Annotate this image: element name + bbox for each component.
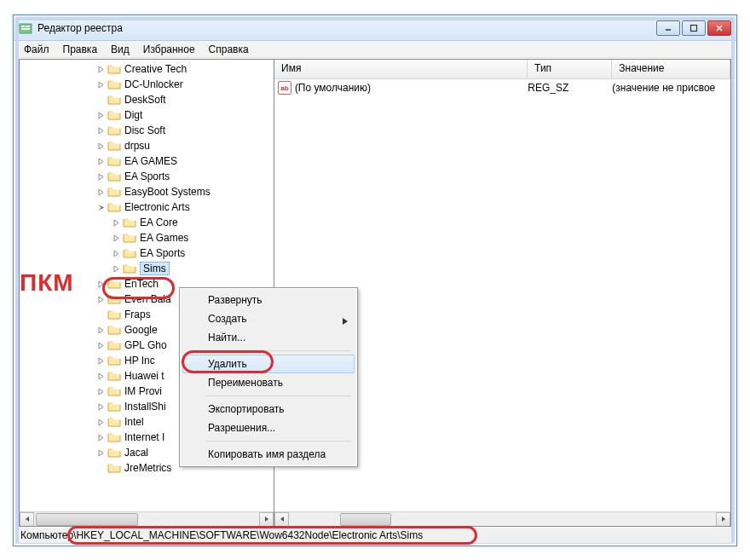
tree-item[interactable]: Creative Tech (20, 61, 274, 77)
tree-item-label: Digt (124, 109, 142, 121)
svg-marker-25 (99, 358, 103, 364)
scroll-right-icon[interactable] (259, 512, 274, 527)
svg-marker-9 (99, 82, 103, 88)
expand-closed-icon[interactable] (96, 172, 106, 182)
folder-icon (107, 140, 121, 152)
expand-closed-icon[interactable] (96, 341, 106, 350)
list-header[interactable]: ИмяТипЗначение (274, 60, 730, 79)
expand-closed-icon[interactable] (96, 188, 106, 197)
value-name: (По умолчанию) (295, 82, 528, 94)
context-item[interactable]: Разрешения... (182, 419, 355, 437)
svg-marker-20 (114, 266, 118, 272)
expand-closed-icon[interactable] (96, 372, 106, 381)
tree-item-label: EA GAMES (124, 155, 177, 167)
context-item[interactable]: Найти... (182, 328, 355, 347)
context-menu[interactable]: РазвернутьСоздатьНайти...УдалитьПереимен… (179, 287, 358, 467)
tree-item[interactable]: EA Sports (20, 245, 274, 261)
list-row[interactable]: ab(По умолчанию)REG_SZ(значение не присв… (274, 79, 730, 96)
expand-closed-icon[interactable] (96, 157, 106, 166)
tree-item-label: Sims (140, 262, 170, 275)
column-header[interactable]: Значение (612, 60, 730, 78)
svg-marker-13 (99, 159, 103, 165)
tree-item[interactable]: Electronic Arts (20, 199, 274, 215)
context-item[interactable]: Экспортировать (182, 400, 355, 419)
scroll-left-icon[interactable] (20, 512, 34, 527)
list-hscroll[interactable] (274, 511, 730, 526)
tree-item-label: EA Games (140, 232, 188, 244)
expand-closed-icon[interactable] (112, 218, 121, 228)
svg-marker-16 (98, 205, 104, 211)
column-header[interactable]: Имя (274, 60, 528, 78)
expand-closed-icon[interactable] (96, 111, 106, 120)
folder-icon (107, 416, 121, 428)
expand-closed-icon[interactable] (96, 80, 106, 89)
svg-marker-35 (722, 517, 725, 522)
folder-icon (107, 447, 121, 459)
expand-open-icon[interactable] (96, 203, 106, 212)
folder-icon (107, 385, 121, 397)
tree-item[interactable]: EA Sports (20, 169, 274, 184)
tree-item[interactable]: DeskSoft (20, 92, 274, 107)
menu-правка[interactable]: Правка (56, 42, 105, 57)
context-item[interactable]: Создать (182, 309, 355, 328)
context-separator (206, 441, 351, 442)
folder-icon (107, 124, 121, 136)
expand-closed-icon[interactable] (112, 234, 121, 243)
expand-closed-icon[interactable] (96, 126, 106, 136)
context-item-label: Найти... (208, 332, 245, 344)
expand-closed-icon[interactable] (96, 387, 106, 396)
expand-closed-icon[interactable] (96, 418, 106, 427)
tree-item[interactable]: Disc Soft (20, 123, 274, 138)
context-item[interactable]: Копировать имя раздела (182, 445, 355, 464)
scroll-right-icon[interactable] (716, 512, 730, 527)
menu-избранное[interactable]: Избранное (136, 42, 202, 57)
context-item-label: Развернуть (208, 294, 262, 306)
expand-closed-icon[interactable] (112, 249, 121, 258)
expand-closed-icon[interactable] (96, 310, 106, 320)
menu-вид[interactable]: Вид (104, 42, 136, 57)
expand-closed-icon[interactable] (96, 326, 106, 335)
context-item[interactable]: Переименовать (182, 373, 355, 392)
tree-item[interactable]: drpsu (20, 138, 274, 153)
menu-справка[interactable]: Справка (202, 42, 256, 57)
context-item-label: Разрешения... (208, 422, 275, 434)
tree-item[interactable]: Digt (20, 107, 274, 123)
close-button[interactable] (707, 20, 731, 36)
tree-item[interactable]: DC-Unlocker (20, 77, 274, 92)
value-data: (значение не присвое (612, 82, 730, 94)
scroll-left-icon[interactable] (274, 512, 289, 527)
expand-closed-icon[interactable] (96, 402, 106, 412)
tree-hscroll[interactable] (20, 511, 274, 526)
annotation-highlight-delete (182, 350, 274, 373)
svg-marker-14 (99, 174, 103, 180)
svg-marker-32 (26, 517, 29, 522)
folder-icon (107, 94, 121, 106)
scroll-thumb[interactable] (36, 513, 138, 526)
menu-файл[interactable]: Файл (17, 42, 56, 57)
minimize-button[interactable] (656, 20, 680, 36)
expand-closed-icon[interactable] (96, 464, 106, 473)
svg-marker-11 (99, 128, 103, 134)
expand-closed-icon[interactable] (96, 295, 106, 304)
folder-icon (107, 355, 121, 367)
expand-closed-icon[interactable] (96, 95, 106, 105)
expand-closed-icon[interactable] (96, 141, 106, 151)
expand-closed-icon[interactable] (112, 264, 121, 274)
column-header[interactable]: Тип (528, 60, 612, 78)
folder-icon (123, 216, 136, 228)
tree-item[interactable]: EA GAMES (20, 153, 274, 169)
expand-closed-icon[interactable] (96, 65, 106, 74)
tree-item-label: EA Core (140, 216, 178, 228)
expand-closed-icon[interactable] (96, 448, 106, 458)
tree-item[interactable]: EA Games (20, 230, 274, 245)
context-item[interactable]: Развернуть (182, 291, 355, 309)
expand-closed-icon[interactable] (96, 433, 106, 442)
scroll-thumb[interactable] (340, 513, 391, 526)
expand-closed-icon[interactable] (96, 356, 106, 366)
svg-marker-30 (99, 435, 103, 441)
app-icon (19, 21, 32, 35)
tree-item[interactable]: EasyBoot Systems (20, 184, 274, 199)
maximize-button[interactable] (682, 20, 706, 36)
tree-item[interactable]: EA Core (20, 215, 274, 230)
folder-icon (107, 78, 121, 90)
